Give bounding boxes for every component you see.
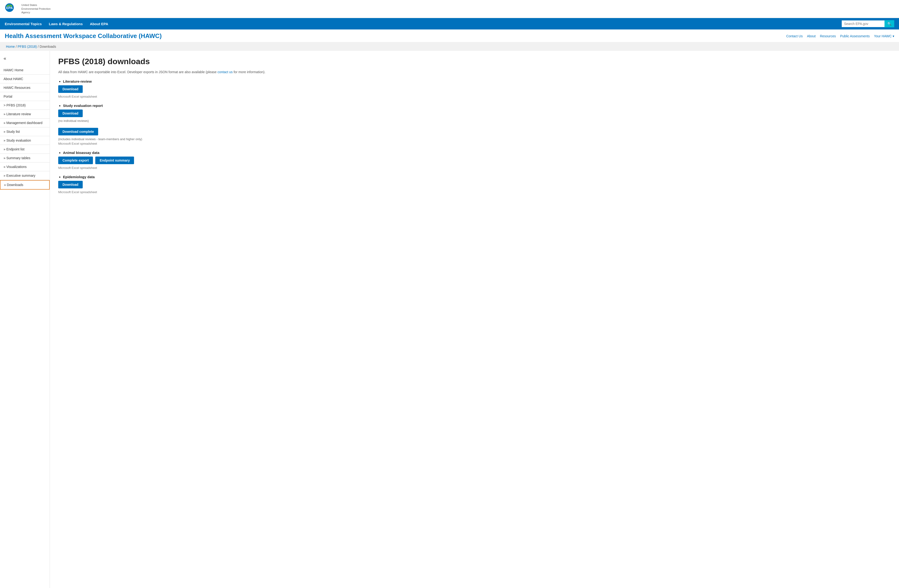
section-literature-review: Literature-review Download Microsoft Exc…	[58, 79, 891, 98]
nav-search: 🔍	[842, 20, 894, 27]
sidebar-item-literature-review[interactable]: » Literature review	[0, 110, 49, 119]
epa-logo: EPA United States Environmental Protecti…	[5, 2, 51, 15]
study-list-chevron: »	[3, 130, 5, 134]
sidebar: « HAWC Home About HAWC HAWC Resources Po…	[0, 51, 50, 588]
sidebar-item-study-evaluation[interactable]: » Study evaluation	[0, 136, 49, 145]
sidebar-item-visualizations[interactable]: » Visualizations	[0, 162, 49, 171]
search-input[interactable]	[842, 20, 885, 27]
nav-environmental-topics[interactable]: Environmental Topics	[5, 19, 42, 29]
file-type-epi: Microsoft Excel spreadsheet	[58, 190, 891, 194]
sidebar-item-executive-summary[interactable]: » Executive summary	[0, 171, 49, 180]
download-epi-button[interactable]: Download	[58, 181, 83, 188]
section-title-animal-bioassay: Animal bioassay data	[63, 151, 891, 155]
sidebar-item-summary-tables[interactable]: » Summary tables	[0, 154, 49, 162]
file-type-animal: Microsoft Excel spreadsheet	[58, 166, 891, 170]
page-description: All data from HAWC are exportable into E…	[58, 69, 891, 75]
nav-laws-regulations[interactable]: Laws & Regulations	[49, 19, 83, 29]
summary-tables-chevron: »	[3, 156, 5, 160]
sidebar-item-study-list[interactable]: » Study list	[0, 127, 49, 136]
file-type-lit: Microsoft Excel spreadsheet	[58, 95, 891, 98]
main-layout: « HAWC Home About HAWC HAWC Resources Po…	[0, 51, 899, 588]
sidebar-item-hawc-home[interactable]: HAWC Home	[0, 66, 49, 75]
sidebar-item-about-hawc[interactable]: About HAWC	[0, 75, 49, 83]
exec-summary-chevron: »	[3, 174, 5, 177]
sidebar-item-portal[interactable]: Portal	[0, 92, 49, 101]
btn-group-study: Download	[58, 110, 891, 117]
section-study-evaluation-report: Study evaluation report Download (no ind…	[58, 103, 891, 123]
section-download-complete: Download complete (includes individual r…	[58, 128, 891, 145]
breadcrumb-home[interactable]: Home	[6, 45, 15, 48]
file-type-complete: Microsoft Excel spreadsheet	[58, 142, 891, 145]
download-lit-button[interactable]: Download	[58, 85, 83, 93]
breadcrumb: Home / PFBS (2018) / Downloads	[0, 42, 899, 51]
epa-logo-icon: EPA	[5, 2, 19, 15]
sidebar-item-downloads[interactable]: » Downloads	[0, 180, 49, 190]
downloads-chevron: »	[4, 183, 6, 187]
header-your-hawc[interactable]: Your HAWC ▾	[874, 34, 894, 38]
sidebar-item-hawc-resources[interactable]: HAWC Resources	[0, 83, 49, 92]
section-title-study-eval: Study evaluation report	[63, 103, 891, 108]
header-contact-us[interactable]: Contact Us	[786, 34, 803, 38]
note-includes-reviews: (includes individual reviews - team-memb…	[58, 137, 891, 141]
section-animal-bioassay: Animal bioassay data Complete export End…	[58, 151, 891, 170]
breadcrumb-sep-1: /	[16, 45, 18, 48]
hawc-title: Health Assessment Workspace Collaborativ…	[5, 32, 162, 40]
breadcrumb-current: Downloads	[40, 45, 56, 48]
sidebar-item-endpoint-list[interactable]: » Endpoint list	[0, 145, 49, 154]
sidebar-item-management-dashboard[interactable]: » Management dashboard	[0, 119, 49, 127]
nav-bar-links: Environmental Topics Laws & Regulations …	[5, 19, 108, 29]
section-title-literature-review: Literature-review	[63, 79, 891, 83]
study-eval-chevron: »	[3, 139, 5, 142]
section-epidemiology: Epidemiology data Download Microsoft Exc…	[58, 175, 891, 194]
btn-group-lit: Download	[58, 85, 891, 93]
search-button[interactable]: 🔍	[885, 20, 894, 27]
download-study-button[interactable]: Download	[58, 110, 83, 117]
endpoint-list-chevron: »	[3, 147, 5, 151]
btn-group-animal: Complete export Endpoint summary	[58, 157, 891, 164]
note-no-reviews: (no individual reviews)	[58, 119, 891, 123]
hawc-header-links: Contact Us About Resources Public Assess…	[786, 34, 894, 38]
visualizations-chevron: »	[3, 165, 5, 169]
endpoint-summary-button[interactable]: Endpoint summary	[95, 157, 134, 164]
breadcrumb-pfbs[interactable]: PFBS (2018)	[18, 45, 37, 48]
btn-group-epi: Download	[58, 181, 891, 188]
epa-header: EPA United States Environmental Protecti…	[0, 0, 899, 18]
nav-about-epa[interactable]: About EPA	[90, 19, 108, 29]
sidebar-toggle[interactable]: «	[0, 53, 49, 66]
nav-bar: Environmental Topics Laws & Regulations …	[0, 18, 899, 29]
header-about[interactable]: About	[807, 34, 816, 38]
main-content: PFBS (2018) downloads All data from HAWC…	[50, 51, 899, 588]
breadcrumb-sep-2: /	[38, 45, 40, 48]
download-complete-button[interactable]: Download complete	[58, 128, 98, 136]
complete-export-button[interactable]: Complete export	[58, 157, 93, 164]
hawc-header: Health Assessment Workspace Collaborativ…	[0, 29, 899, 42]
epa-logo-text: United States Environmental Protection A…	[22, 3, 51, 14]
section-title-epidemiology: Epidemiology data	[63, 175, 891, 179]
sidebar-item-pfbs-2018[interactable]: > PFBS (2018)	[0, 101, 49, 110]
pfbs-chevron: >	[3, 103, 5, 107]
btn-group-complete: Download complete	[58, 128, 891, 136]
contact-us-link[interactable]: contact us	[218, 70, 233, 74]
header-resources[interactable]: Resources	[820, 34, 836, 38]
mgmt-chevron: »	[3, 121, 5, 125]
page-title: PFBS (2018) downloads	[58, 57, 891, 66]
lit-review-chevron: »	[3, 112, 5, 116]
header-public-assessments[interactable]: Public Assessments	[840, 34, 870, 38]
